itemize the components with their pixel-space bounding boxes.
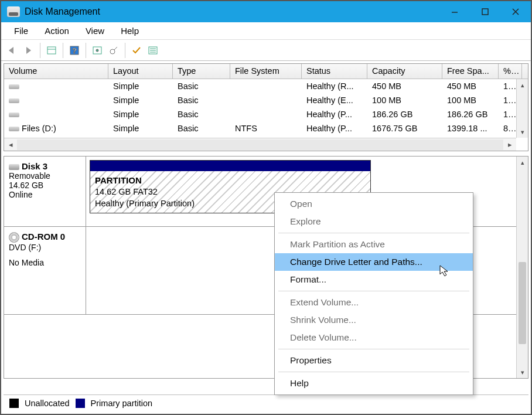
col-filesystem[interactable]: File System <box>230 64 302 79</box>
maximize-button[interactable] <box>470 1 500 22</box>
forward-button[interactable] <box>21 43 36 58</box>
table-cell <box>230 99 302 101</box>
table-cell: 450 MB <box>367 80 442 92</box>
col-volume[interactable]: Volume <box>4 64 108 79</box>
refresh-icon[interactable] <box>44 43 59 58</box>
table-cell: 450 MB <box>442 80 499 92</box>
minimize-button[interactable] <box>439 1 470 22</box>
gpane-scroll-up-icon[interactable]: ▴ <box>517 157 528 168</box>
volume-icon <box>9 127 19 131</box>
svg-rect-1 <box>482 9 488 15</box>
table-cell: Healthy (R... <box>302 80 367 92</box>
disk3-size: 14.62 GB <box>9 181 81 190</box>
table-hscrollbar[interactable]: ◂ ▸ <box>4 138 516 151</box>
context-menu-item[interactable]: Properties <box>275 352 473 369</box>
table-cell: Healthy (P... <box>302 108 367 120</box>
table-cell: 100 MB <box>442 94 499 106</box>
table-cell: 186.26 GB <box>367 108 442 120</box>
table-cell <box>4 80 108 92</box>
app-icon <box>7 6 20 17</box>
context-menu-item: Open <box>275 195 473 213</box>
titlebar: Disk Management <box>1 1 531 22</box>
partition-name: PARTITION <box>95 175 366 186</box>
table-cell <box>4 108 108 120</box>
menu-separator <box>278 372 469 372</box>
context-menu-item: Shrink Volume... <box>275 311 473 329</box>
col-status[interactable]: Status <box>302 64 367 79</box>
svg-point-9 <box>96 49 98 52</box>
table-cell: NTFS <box>230 123 302 134</box>
col-type[interactable]: Type <box>173 64 230 79</box>
legend-primary-swatch <box>76 399 85 408</box>
disk3-kind: Removable <box>9 171 81 181</box>
menu-separator <box>278 349 469 349</box>
scroll-down-icon[interactable]: ▾ <box>517 126 528 138</box>
table-cell: Simple <box>108 94 173 106</box>
volume-table: Volume Layout Type File System Status Ca… <box>4 63 528 151</box>
col-capacity[interactable]: Capacity <box>367 64 442 79</box>
context-menu-item[interactable]: Help <box>275 375 473 392</box>
menu-action[interactable]: Action <box>36 23 77 38</box>
scroll-left-icon[interactable]: ◂ <box>4 139 17 151</box>
help-icon[interactable]: ? <box>67 43 82 58</box>
table-cell: Basic <box>173 94 230 106</box>
table-cell: Files (D:) <box>4 123 108 134</box>
col-layout[interactable]: Layout <box>108 64 173 79</box>
table-cell: 1399.18 ... <box>442 123 499 134</box>
scroll-right-icon[interactable]: ▸ <box>503 139 516 151</box>
table-cell: Simple <box>108 80 173 92</box>
legend-unallocated-label: Unallocated <box>25 399 70 408</box>
close-button[interactable] <box>500 1 531 22</box>
gpane-scroll-down-icon[interactable]: ▾ <box>517 366 528 378</box>
table-cell: 186.26 GB <box>442 108 499 120</box>
back-button[interactable] <box>5 43 20 58</box>
menu-view[interactable]: View <box>77 23 112 38</box>
table-header: Volume Layout Type File System Status Ca… <box>4 64 528 79</box>
context-menu-item: Explore <box>275 213 473 230</box>
table-row[interactable]: SimpleBasicHealthy (R...450 MB450 MB100 <box>4 79 528 93</box>
menubar: File Action View Help <box>1 22 531 40</box>
cdrom-label[interactable]: CD-ROM 0 DVD (F:) No Media <box>4 227 86 314</box>
action-icon[interactable] <box>106 43 121 58</box>
table-row[interactable]: SimpleBasicHealthy (E...100 MB100 MB100 <box>4 93 528 107</box>
table-cell: 100 MB <box>367 94 442 106</box>
disk3-label[interactable]: Disk 3 Removable 14.62 GB Online <box>4 157 86 226</box>
menu-separator <box>278 233 469 233</box>
volume-icon <box>9 98 19 103</box>
context-menu-item: Delete Volume... <box>275 329 473 346</box>
menu-help[interactable]: Help <box>112 23 147 38</box>
context-menu: OpenExploreMark Partition as ActiveChang… <box>274 192 473 395</box>
gpane-scroll-thumb[interactable] <box>519 262 526 344</box>
col-pctfree[interactable]: % F <box>499 64 522 79</box>
gpane-vscrollbar[interactable]: ▴ ▾ <box>516 157 528 378</box>
table-row[interactable]: SimpleBasicHealthy (P...186.26 GB186.26 … <box>4 107 528 121</box>
hscroll-track[interactable] <box>17 140 503 150</box>
settings-icon[interactable] <box>90 43 105 58</box>
scroll-up-icon[interactable]: ▴ <box>517 79 528 91</box>
menu-separator <box>278 291 469 291</box>
table-row[interactable]: Files (D:)SimpleBasicNTFSHealthy (P...16… <box>4 121 528 135</box>
window-buttons <box>439 1 531 22</box>
menu-file[interactable]: File <box>6 23 36 38</box>
table-cell <box>230 113 302 115</box>
check-icon[interactable] <box>129 43 144 58</box>
cdrom-drive: DVD (F:) <box>9 243 81 252</box>
svg-text:?: ? <box>72 46 77 55</box>
svg-point-10 <box>110 49 115 54</box>
table-cell: Basic <box>173 80 230 92</box>
disk3-name: Disk 3 <box>22 161 47 171</box>
table-cell: Simple <box>108 108 173 120</box>
volume-icon <box>9 113 19 117</box>
table-cell: Healthy (P... <box>302 123 367 134</box>
legend: Unallocated Primary partition <box>4 394 528 411</box>
cdrom-icon <box>9 232 19 243</box>
list-icon[interactable] <box>145 43 161 58</box>
table-body: SimpleBasicHealthy (R...450 MB450 MB100 … <box>4 79 528 135</box>
col-freespace[interactable]: Free Spa... <box>442 64 499 79</box>
disk-icon <box>9 164 19 170</box>
legend-primary-label: Primary partition <box>91 399 153 408</box>
context-menu-item: Mark Partition as Active <box>275 236 473 253</box>
table-vscrollbar[interactable]: ▴ ▾ <box>516 79 528 138</box>
cdrom-name: CD-ROM 0 <box>22 232 65 241</box>
svg-line-11 <box>114 47 117 50</box>
